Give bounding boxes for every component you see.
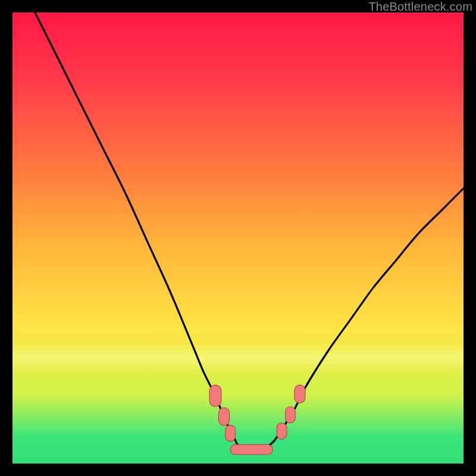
curve-marker [295,385,305,403]
curve-marker [226,425,236,441]
curve-marker [209,385,221,406]
curve-marker [230,444,273,455]
curve-marker [286,407,296,423]
bottleneck-curve [35,12,464,450]
curve-marker [277,423,287,439]
watermark-text: TheBottleneck.com [368,0,472,14]
plot-area [12,12,464,464]
curve-markers [209,385,305,455]
curve-layer [12,12,464,464]
curve-marker [218,408,229,425]
